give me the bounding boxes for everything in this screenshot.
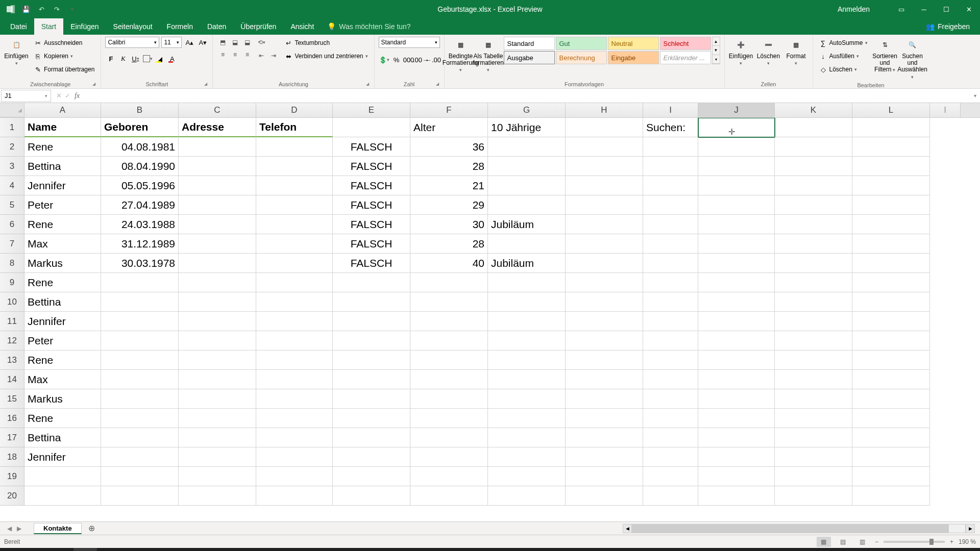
cell-B13[interactable] [101, 350, 179, 370]
col-header-G[interactable]: G [488, 103, 566, 117]
cell-C6[interactable] [179, 215, 256, 234]
cell-J16[interactable] [698, 409, 775, 428]
cell-K20[interactable] [775, 486, 852, 506]
col-header-E[interactable]: E [333, 103, 410, 117]
cell-F5[interactable]: 29 [410, 195, 488, 215]
font-family-select[interactable]: Calibri▾ [105, 37, 159, 48]
cell-C10[interactable] [179, 292, 256, 312]
grow-font-icon[interactable]: A▴ [184, 37, 195, 48]
cell-J19[interactable] [698, 467, 775, 486]
tell-me-search[interactable]: 💡Was möchten Sie tun? [327, 22, 410, 31]
cell-J10[interactable] [698, 292, 775, 312]
cell-B5[interactable]: 27.04.1989 [101, 195, 179, 215]
cell-G3[interactable] [488, 157, 566, 176]
cell-H7[interactable] [566, 234, 643, 254]
cell-K4[interactable] [775, 176, 852, 195]
style-neutral[interactable]: Neutral [608, 37, 659, 50]
cell-K16[interactable] [775, 409, 852, 428]
decrease-indent-icon[interactable]: ⇤ [256, 50, 267, 61]
cell-I14[interactable] [643, 370, 698, 389]
cell-K10[interactable] [775, 292, 852, 312]
cell-G20[interactable] [488, 486, 566, 506]
cell-K12[interactable] [775, 331, 852, 350]
cell-G1[interactable]: 10 Jährige [488, 118, 566, 137]
cell-D8[interactable] [256, 254, 333, 273]
cell-I15[interactable] [643, 389, 698, 409]
row-header-9[interactable]: 9 [0, 273, 24, 292]
cell-C5[interactable] [179, 195, 256, 215]
cell-H15[interactable] [566, 389, 643, 409]
cell-A11[interactable]: Jennifer [24, 312, 101, 331]
align-left-icon[interactable]: ≡ [217, 49, 228, 60]
cell-B12[interactable] [101, 331, 179, 350]
gallery-more-icon[interactable]: ▾ [713, 55, 720, 64]
cell-D7[interactable] [256, 234, 333, 254]
cell-K19[interactable] [775, 467, 852, 486]
cell-H19[interactable] [566, 467, 643, 486]
cell-B19[interactable] [101, 467, 179, 486]
cell-K11[interactable] [775, 312, 852, 331]
cell-I13[interactable] [643, 350, 698, 370]
copy-button[interactable]: ⎘Kopieren [32, 50, 96, 62]
cell-E6[interactable]: FALSCH [333, 215, 410, 234]
conditional-formatting-button[interactable]: ▦Bedingte Formatierung [449, 37, 473, 74]
cell-E2[interactable]: FALSCH [333, 137, 410, 157]
cell-J7[interactable] [698, 234, 775, 254]
zoom-level[interactable]: 190 % [959, 538, 976, 545]
cell-F16[interactable] [410, 409, 488, 428]
cell-B2[interactable]: 04.08.1981 [101, 137, 179, 157]
file-explorer-icon[interactable]: 📁 [50, 548, 74, 551]
cell-C1[interactable]: Adresse [179, 118, 256, 137]
col-header-partial[interactable]: I [930, 103, 961, 117]
cell-F6[interactable]: 30 [410, 215, 488, 234]
cell-C14[interactable] [179, 370, 256, 389]
cell-D6[interactable] [256, 215, 333, 234]
cell-A7[interactable]: Max [24, 234, 101, 254]
search-taskbar-icon[interactable]: 🔍 [27, 548, 50, 551]
cell-H17[interactable] [566, 428, 643, 447]
sheet-nav-next-icon[interactable]: ▶ [17, 525, 21, 532]
cell-C8[interactable] [179, 254, 256, 273]
cell-L18[interactable] [852, 447, 930, 467]
zoom-out-icon[interactable]: − [875, 538, 878, 545]
cell-A13[interactable]: Rene [24, 350, 101, 370]
cell-E5[interactable]: FALSCH [333, 195, 410, 215]
cell-I1[interactable]: Suchen: [643, 118, 698, 137]
cell-C11[interactable] [179, 312, 256, 331]
cell-J11[interactable] [698, 312, 775, 331]
cell-G13[interactable] [488, 350, 566, 370]
cell-G16[interactable] [488, 409, 566, 428]
increase-indent-icon[interactable]: ⇥ [268, 50, 279, 61]
normal-view-icon[interactable]: ▦ [817, 537, 831, 547]
cell-I3[interactable] [643, 157, 698, 176]
cell-K9[interactable] [775, 273, 852, 292]
cell-L9[interactable] [852, 273, 930, 292]
cell-C20[interactable] [179, 486, 256, 506]
cell-J6[interactable] [698, 215, 775, 234]
cell-D3[interactable] [256, 157, 333, 176]
cell-G8[interactable]: Jubiläum [488, 254, 566, 273]
cell-F12[interactable] [410, 331, 488, 350]
row-header-14[interactable]: 14 [0, 370, 24, 389]
cell-L20[interactable] [852, 486, 930, 506]
cell-B1[interactable]: Geboren [101, 118, 179, 137]
cell-C3[interactable] [179, 157, 256, 176]
row-header-20[interactable]: 20 [0, 486, 24, 506]
cell-C4[interactable] [179, 176, 256, 195]
cell-J15[interactable] [698, 389, 775, 409]
cell-E3[interactable]: FALSCH [333, 157, 410, 176]
cell-B20[interactable] [101, 486, 179, 506]
border-button[interactable] [142, 53, 153, 64]
zoom-slider[interactable] [884, 541, 945, 543]
cell-B7[interactable]: 31.12.1989 [101, 234, 179, 254]
cell-K5[interactable] [775, 195, 852, 215]
cell-E9[interactable] [333, 273, 410, 292]
cell-D5[interactable] [256, 195, 333, 215]
excel-taskbar-icon[interactable]: X [74, 548, 97, 551]
row-header-15[interactable]: 15 [0, 389, 24, 409]
fx-icon[interactable]: fx [75, 92, 84, 100]
cell-B9[interactable] [101, 273, 179, 292]
cell-I10[interactable] [643, 292, 698, 312]
cell-L12[interactable] [852, 331, 930, 350]
cell-F13[interactable] [410, 350, 488, 370]
